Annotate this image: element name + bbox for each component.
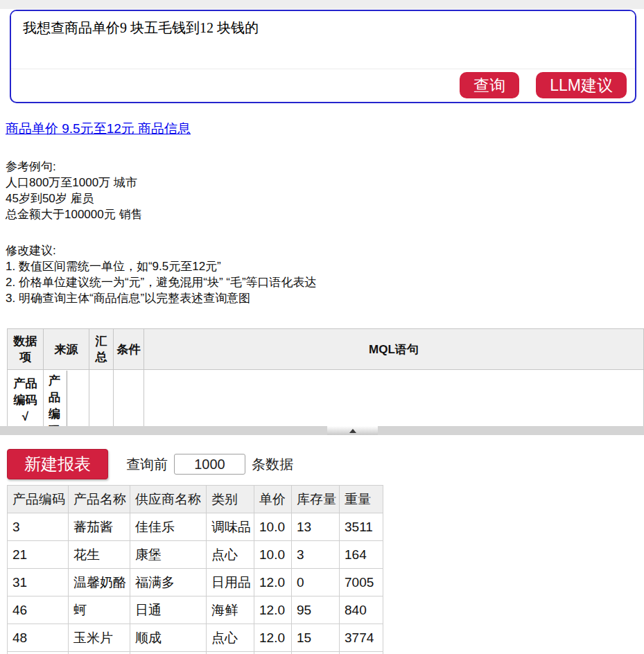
llm-suggest-button[interactable]: LLM建议 [536, 72, 627, 98]
query-input[interactable]: 我想查商品单价9 块五毛钱到12 块钱的 [11, 11, 635, 69]
suggestion-line: 2. 价格单位建议统一为“元”，避免混用“块” “毛”等口语化表达 [6, 274, 638, 290]
col-header-stock: 库存量 [292, 486, 340, 513]
cell-stock: 3 [292, 541, 340, 569]
cell-product-code: 3 [8, 513, 69, 541]
condition-cell[interactable] [114, 370, 144, 427]
example-line: 总金额大于100000元 销售 [6, 206, 638, 222]
cell-product-name: 温馨奶酪 [69, 569, 130, 596]
cell-stock: 13 [292, 513, 340, 541]
table-row: 21 花生 康堡 点心 10.0 3 164 [8, 541, 383, 569]
col-header-mql-statement: MQL语句 [144, 329, 644, 370]
cell-supplier-name: 日通 [130, 596, 207, 624]
col-header-unit-price: 单价 [254, 486, 292, 513]
col-header-category: 类别 [207, 486, 254, 513]
cell-category: 日用品 [207, 569, 254, 596]
table-row-clipped [8, 652, 383, 654]
col-header-product-code: 产品编码 [8, 486, 69, 513]
cell-clipped [130, 652, 207, 654]
results-table: 产品编码 产品名称 供应商名称 类别 单价 库存量 重量 3 蕃茄酱 佳佳乐 调… [7, 485, 383, 654]
app-root: { "colors": { "accent_red": "#d2203f", "… [0, 0, 644, 654]
source-cell: 产品编码 [44, 370, 89, 427]
mql-header-row: 数据项 来源 汇总 条件 MQL语句 [8, 329, 644, 370]
col-header-weight: 重量 [340, 486, 383, 513]
table-row: 48 玉米片 顺成 点心 12.0 15 3774 [8, 624, 383, 652]
cell-weight: 164 [340, 541, 383, 569]
cell-weight: 3774 [340, 624, 383, 652]
table-row: 46 蚵 日通 海鲜 12.0 95 840 [8, 596, 383, 624]
cell-unit-price: 12.0 [254, 624, 292, 652]
col-header-summary: 汇总 [89, 329, 114, 370]
cell-weight: 3511 [340, 513, 383, 541]
example-line: 人口800万至1000万 城市 [6, 175, 638, 191]
cell-product-name: 蚵 [69, 596, 130, 624]
suggestion-line: 1. 数值区间需统一单位，如“9.5元至12元” [6, 258, 638, 274]
cell-stock: 95 [292, 596, 340, 624]
cell-stock: 15 [292, 624, 340, 652]
cell-category: 调味品 [207, 513, 254, 541]
cell-clipped [69, 652, 130, 654]
query-box: 我想查商品单价9 块五毛钱到12 块钱的 查询 LLM建议 [10, 10, 636, 103]
cell-product-code: 48 [8, 624, 69, 652]
cell-product-code: 21 [8, 541, 69, 569]
cell-unit-price: 12.0 [254, 569, 292, 596]
results-header-row: 产品编码 产品名称 供应商名称 类别 单价 库存量 重量 [8, 486, 383, 513]
mql-statement-cell [144, 370, 644, 427]
cell-product-name: 玉米片 [69, 624, 130, 652]
col-header-source: 来源 [44, 329, 89, 370]
col-header-condition: 条件 [114, 329, 144, 370]
summary-cell[interactable] [89, 370, 114, 427]
cell-category: 海鲜 [207, 596, 254, 624]
cell-supplier-name: 佳佳乐 [130, 513, 207, 541]
cell-clipped [340, 652, 383, 654]
cell-weight: 840 [340, 596, 383, 624]
suggestions-block: 修改建议: 1. 数值区间需统一单位，如“9.5元至12元” 2. 价格单位建议… [6, 242, 638, 306]
mql-definition-table: 数据项 来源 汇总 条件 MQL语句 产品编码 √ 产品编码 [7, 328, 644, 426]
cell-category: 点心 [207, 541, 254, 569]
limit-prefix-label: 查询前 [126, 455, 168, 474]
splitter-collapse-handle[interactable] [327, 426, 378, 435]
result-link-row: 商品单价 9.5元至12元 商品信息 [6, 120, 638, 138]
report-toolbar: 新建报表 查询前 条数据 [7, 449, 644, 479]
lower-panel: 新建报表 查询前 条数据 产品编码 产品名称 供应商名称 类别 单价 库存量 重… [0, 435, 644, 654]
data-item-cell[interactable]: 产品编码 √ [8, 370, 44, 427]
source-select[interactable]: 产品编码 [44, 371, 67, 426]
cell-product-code: 46 [8, 596, 69, 624]
top-strip [0, 0, 644, 9]
query-button[interactable]: 查询 [460, 72, 519, 98]
cell-supplier-name: 康堡 [130, 541, 207, 569]
examples-block: 参考例句: 人口800万至1000万 城市 45岁到50岁 雇员 总金额大于10… [6, 159, 638, 222]
limit-input[interactable] [174, 454, 245, 475]
query-button-row: 查询 LLM建议 [11, 69, 635, 98]
cell-clipped [8, 652, 69, 654]
limit-suffix-label: 条数据 [252, 455, 293, 474]
cell-clipped [254, 652, 292, 654]
example-line: 45岁到50岁 雇员 [6, 191, 638, 206]
table-row: 3 蕃茄酱 佳佳乐 调味品 10.0 13 3511 [8, 513, 383, 541]
upper-panel: 我想查商品单价9 块五毛钱到12 块钱的 查询 LLM建议 商品单价 9.5元至… [0, 0, 644, 426]
cell-category: 点心 [207, 624, 254, 652]
mql-data-row: 产品编码 √ 产品编码 [8, 370, 644, 427]
examples-title: 参考例句: [6, 159, 638, 175]
cell-product-name: 花生 [69, 541, 130, 569]
collapse-up-icon [349, 429, 356, 433]
cell-stock: 0 [292, 569, 340, 596]
col-header-supplier-name: 供应商名称 [130, 486, 207, 513]
suggestions-title: 修改建议: [6, 242, 638, 258]
cell-supplier-name: 福满多 [130, 569, 207, 596]
cell-supplier-name: 顺成 [130, 624, 207, 652]
col-header-product-name: 产品名称 [69, 486, 130, 513]
splitter-bar[interactable] [0, 426, 644, 435]
col-header-data-item: 数据项 [8, 329, 44, 370]
cell-clipped [292, 652, 340, 654]
cell-unit-price: 10.0 [254, 513, 292, 541]
cell-clipped [207, 652, 254, 654]
cell-product-code: 31 [8, 569, 69, 596]
cell-unit-price: 12.0 [254, 596, 292, 624]
cell-product-name: 蕃茄酱 [69, 513, 130, 541]
table-row: 31 温馨奶酪 福满多 日用品 12.0 0 7005 [8, 569, 383, 596]
suggestion-line: 3. 明确查询主体“商品信息”以完整表述查询意图 [6, 290, 638, 306]
cell-unit-price: 10.0 [254, 541, 292, 569]
new-report-button[interactable]: 新建报表 [7, 449, 108, 479]
result-link[interactable]: 商品单价 9.5元至12元 商品信息 [6, 121, 191, 136]
cell-weight: 7005 [340, 569, 383, 596]
